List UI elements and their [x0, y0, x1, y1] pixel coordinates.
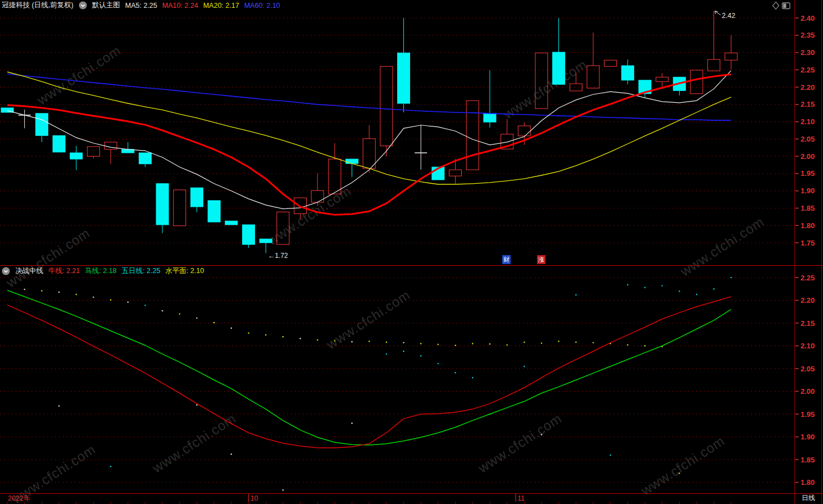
svg-text:2.30: 2.30: [801, 48, 815, 57]
ma10-label: MA10: 2.24: [162, 2, 198, 10]
svg-text:2.20: 2.20: [801, 296, 815, 305]
chevron-down-circle-icon[interactable]: [79, 1, 87, 10]
split-layout-icon[interactable]: [783, 3, 790, 9]
svg-text:2.20: 2.20: [801, 83, 815, 92]
svg-text:2.00: 2.00: [801, 152, 815, 161]
svg-text:2.40: 2.40: [801, 14, 815, 22]
svg-text:1.85: 1.85: [801, 204, 815, 212]
horse-line-label: 马线: 2.18: [85, 266, 116, 276]
five-day-line-label: 五日线: 2.25: [122, 266, 161, 276]
diamond-icon[interactable]: [773, 2, 779, 10]
svg-text:1.80: 1.80: [801, 478, 815, 487]
chevron-down-circle-icon[interactable]: [2, 267, 10, 275]
svg-text:2.15: 2.15: [801, 319, 815, 328]
time-axis: 10112022年: [7, 494, 731, 504]
sub-panel-header: 决战中线 牛线: 2.21 马线: 2.18 五日线: 2.25 水平面: 2.…: [2, 266, 204, 276]
svg-text:2.10: 2.10: [801, 342, 815, 350]
main-panel-header: 冠捷科技 (日线,前复权) 默认主图 MA5: 2.25 MA10: 2.24 …: [2, 0, 280, 11]
signal-badge-cai: 财: [502, 255, 511, 264]
svg-text:2.05: 2.05: [801, 365, 815, 373]
layout-label[interactable]: 默认主图: [92, 1, 120, 10]
svg-text:2.35: 2.35: [801, 31, 815, 39]
window-corner-icons: [772, 1, 791, 10]
svg-text:2.00: 2.00: [801, 387, 815, 396]
month-label[interactable]: 10: [250, 494, 258, 502]
svg-text:1.90: 1.90: [801, 187, 815, 195]
svg-text:1.90: 1.90: [801, 433, 815, 441]
stock-title: 冠捷科技 (日线,前复权): [2, 1, 74, 10]
svg-text:1.95: 1.95: [801, 169, 815, 178]
bull-line-label: 牛线: 2.21: [48, 266, 80, 276]
ma60-label: MA60: 2.10: [244, 2, 280, 10]
sub-y-axis: 2.252.202.152.102.052.001.951.901.851.80: [0, 274, 815, 487]
svg-text:2.05: 2.05: [801, 135, 815, 143]
svg-text:2.25: 2.25: [801, 274, 815, 282]
ma10-line: [7, 74, 731, 215]
svg-text:1.85: 1.85: [801, 456, 815, 464]
level-line-label: 水平面: 2.10: [165, 266, 204, 276]
bull-line: [7, 297, 731, 448]
indicator-name[interactable]: 决战中线: [15, 266, 43, 276]
main-y-axis: 2.402.352.302.252.202.152.102.052.001.95…: [0, 14, 815, 247]
ma5-label: MA5: 2.25: [125, 2, 157, 10]
svg-text:1.75: 1.75: [801, 239, 815, 247]
svg-text:2.25: 2.25: [801, 66, 815, 74]
high-annotation: 2.42: [722, 12, 735, 20]
chart-canvas[interactable]: 2.402.352.302.252.202.152.102.052.001.95…: [0, 0, 823, 504]
svg-text:1.95: 1.95: [801, 410, 815, 419]
ma20-label: MA20: 2.17: [203, 2, 239, 10]
svg-text:2.15: 2.15: [801, 100, 815, 108]
svg-text:2.10: 2.10: [801, 117, 815, 126]
year-label[interactable]: 2022年: [8, 494, 30, 502]
svg-text:1.80: 1.80: [801, 221, 815, 230]
period-label[interactable]: 日线: [795, 494, 821, 502]
horse-line: [7, 290, 731, 445]
candles: [1, 11, 737, 253]
ma5-line: [7, 71, 731, 209]
ma60-line: [7, 74, 731, 120]
stock-chart-window: www.cfchi.com www.cfchi.com www.cfchi.co…: [0, 0, 823, 504]
low-annotation: ←1.72: [268, 252, 288, 260]
indicator-dots: [24, 277, 731, 504]
month-label[interactable]: 11: [517, 494, 525, 502]
signal-badge-zhang: 涨: [537, 255, 545, 264]
